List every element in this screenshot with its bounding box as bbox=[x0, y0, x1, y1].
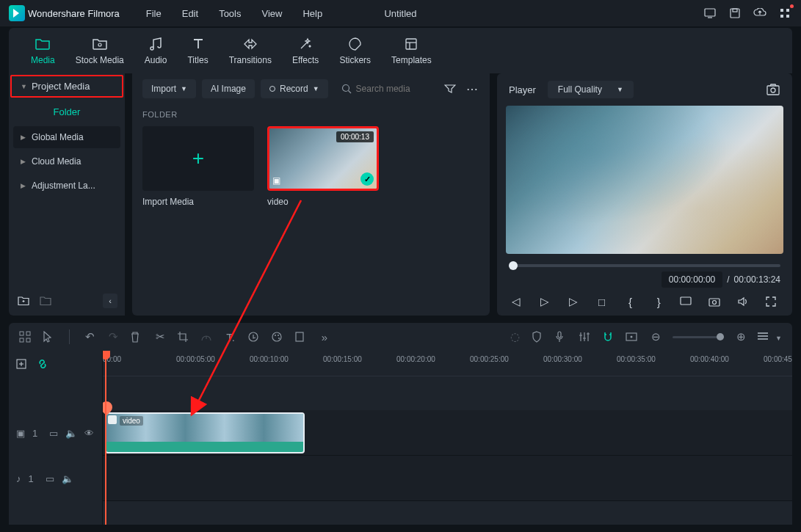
timeline: ▣1 ▭ 🔈 👁 ♪1 ▭ 🔈 00:0000:00:05:0000:00:10… bbox=[9, 351, 792, 525]
record-dropdown[interactable]: Record▼ bbox=[261, 79, 328, 98]
tab-stock-media[interactable]: Stock Media bbox=[76, 36, 124, 65]
zoom-out-icon[interactable]: ⊖ bbox=[649, 330, 662, 343]
timeline-ruler[interactable]: 00:0000:00:05:0000:00:10:0000:00:15:0000… bbox=[103, 351, 792, 376]
mute-icon[interactable]: 🔈 bbox=[62, 473, 73, 484]
import-media-tile[interactable]: + bbox=[142, 126, 254, 191]
volume-icon[interactable] bbox=[737, 296, 752, 307]
display-settings-icon[interactable] bbox=[680, 296, 695, 307]
mark-in-icon[interactable]: { bbox=[623, 296, 638, 308]
video-viewport[interactable] bbox=[506, 106, 783, 254]
tab-transitions[interactable]: Transitions bbox=[229, 36, 272, 65]
svg-rect-19 bbox=[20, 332, 23, 335]
quality-dropdown[interactable]: Full Quality▼ bbox=[548, 81, 634, 98]
delete-icon[interactable] bbox=[130, 331, 143, 343]
crop-icon[interactable] bbox=[177, 331, 190, 343]
fullscreen-icon[interactable] bbox=[766, 296, 780, 307]
shield-icon[interactable] bbox=[532, 331, 545, 343]
mic-icon[interactable] bbox=[555, 331, 568, 343]
chevron-down-icon[interactable]: ▼ bbox=[775, 332, 782, 342]
sidebar-item-adjustment-layer[interactable]: ▶Adjustment La... bbox=[13, 175, 120, 197]
view-list-icon[interactable] bbox=[758, 332, 771, 342]
prev-frame-button[interactable]: ◁ bbox=[509, 295, 523, 308]
split-scissors-icon[interactable]: ✂ bbox=[153, 330, 167, 343]
ai-image-button[interactable]: AI Image bbox=[202, 79, 255, 98]
tab-titles[interactable]: Titles bbox=[187, 36, 208, 65]
video-track-row[interactable]: video bbox=[103, 410, 792, 456]
timeline-tracks[interactable]: 00:0000:00:05:0000:00:10:0000:00:15:0000… bbox=[103, 351, 792, 525]
document-title: Untitled bbox=[384, 8, 416, 19]
marker-dot-icon[interactable]: ◌ bbox=[508, 330, 521, 343]
svg-rect-21 bbox=[20, 338, 23, 342]
scrubber-handle[interactable] bbox=[509, 261, 518, 270]
mask-icon[interactable] bbox=[294, 331, 308, 343]
add-track-icon[interactable] bbox=[16, 359, 26, 369]
filter-icon[interactable] bbox=[443, 81, 457, 96]
zoom-in-icon[interactable]: ⊕ bbox=[734, 330, 747, 343]
preview-player: Player Full Quality▼ 00:00:00:00 / 00:00… bbox=[497, 73, 792, 316]
sidebar-item-cloud-media[interactable]: ▶Cloud Media bbox=[13, 150, 120, 172]
redo-icon[interactable]: ↷ bbox=[106, 330, 120, 343]
player-scrubber[interactable] bbox=[509, 264, 780, 267]
tab-stickers[interactable]: Stickers bbox=[339, 36, 371, 65]
app-logo-icon bbox=[9, 5, 25, 21]
play-button[interactable]: ▷ bbox=[566, 295, 581, 308]
timeline-clip[interactable]: video bbox=[105, 412, 305, 453]
toolbar-grid-icon[interactable] bbox=[19, 331, 32, 343]
menu-edit[interactable]: Edit bbox=[173, 5, 207, 22]
video-track-header[interactable]: ▣1 ▭ 🔈 👁 bbox=[9, 410, 102, 456]
audio-track-header[interactable]: ♪1 ▭ 🔈 bbox=[9, 456, 102, 501]
search-input[interactable] bbox=[356, 84, 437, 94]
lock-icon[interactable]: ▭ bbox=[46, 473, 54, 484]
color-icon[interactable] bbox=[271, 331, 284, 343]
snapshot-icon[interactable] bbox=[766, 82, 780, 97]
more-options-icon[interactable]: ⋯ bbox=[465, 81, 479, 96]
tab-media[interactable]: Media bbox=[31, 36, 55, 65]
camera-icon[interactable] bbox=[708, 296, 723, 307]
menu-help[interactable]: Help bbox=[294, 5, 331, 22]
mute-icon[interactable]: 🔈 bbox=[65, 428, 77, 439]
media-browser: Import▼ AI Image Record▼ ⋯ FOLDER + Impo… bbox=[132, 73, 490, 316]
zoom-slider[interactable] bbox=[673, 336, 724, 338]
tab-templates[interactable]: Templates bbox=[391, 36, 432, 65]
apps-grid-icon[interactable] bbox=[778, 6, 792, 21]
stop-button[interactable]: □ bbox=[595, 296, 609, 308]
folder-icon bbox=[35, 36, 51, 52]
svg-point-26 bbox=[278, 335, 279, 336]
cloud-upload-icon[interactable] bbox=[753, 6, 767, 21]
sidebar-item-global-media[interactable]: ▶Global Media bbox=[13, 126, 120, 148]
mark-out-icon[interactable]: } bbox=[651, 296, 666, 308]
folder-heading[interactable]: Folder bbox=[9, 99, 125, 123]
new-folder-icon[interactable] bbox=[16, 294, 31, 308]
save-icon[interactable] bbox=[728, 6, 742, 21]
total-time: 00:00:13:24 bbox=[734, 274, 780, 285]
visibility-icon[interactable]: 👁 bbox=[84, 428, 94, 439]
zoom-slider-handle[interactable] bbox=[717, 333, 724, 340]
tab-effects[interactable]: Effects bbox=[292, 36, 319, 65]
used-checkmark-icon: ✓ bbox=[360, 172, 374, 186]
folder-icon[interactable] bbox=[38, 294, 53, 308]
menu-file[interactable]: File bbox=[137, 5, 170, 22]
text-tool-icon[interactable]: T. bbox=[224, 331, 237, 343]
lock-icon[interactable]: ▭ bbox=[49, 428, 58, 439]
frame-icon[interactable] bbox=[626, 332, 639, 341]
tab-audio[interactable]: Audio bbox=[145, 36, 167, 65]
menu-tools[interactable]: Tools bbox=[210, 5, 250, 22]
keyframe-icon[interactable] bbox=[247, 331, 261, 343]
media-clip-name: video bbox=[267, 197, 379, 207]
select-tool-icon[interactable] bbox=[43, 331, 56, 343]
audio-track-row[interactable] bbox=[103, 456, 792, 501]
link-icon[interactable] bbox=[37, 358, 48, 370]
mixer-icon[interactable] bbox=[579, 332, 592, 342]
menu-view[interactable]: View bbox=[253, 5, 291, 22]
magnet-snap-icon[interactable] bbox=[602, 331, 615, 343]
speed-icon[interactable] bbox=[200, 332, 214, 342]
undo-icon[interactable]: ↶ bbox=[83, 330, 96, 343]
sidebar-item-project-media[interactable]: ▼Project Media bbox=[10, 75, 123, 98]
playhead[interactable] bbox=[105, 351, 106, 525]
collapse-sidebar-button[interactable]: ‹ bbox=[103, 294, 117, 308]
media-clip-thumbnail[interactable]: 00:00:13 ▣ ✓ bbox=[267, 126, 379, 191]
display-icon[interactable] bbox=[703, 6, 717, 21]
play-backward-button[interactable]: ▷ bbox=[537, 295, 552, 308]
more-tools-icon[interactable]: » bbox=[318, 331, 331, 343]
import-dropdown[interactable]: Import▼ bbox=[142, 79, 196, 98]
